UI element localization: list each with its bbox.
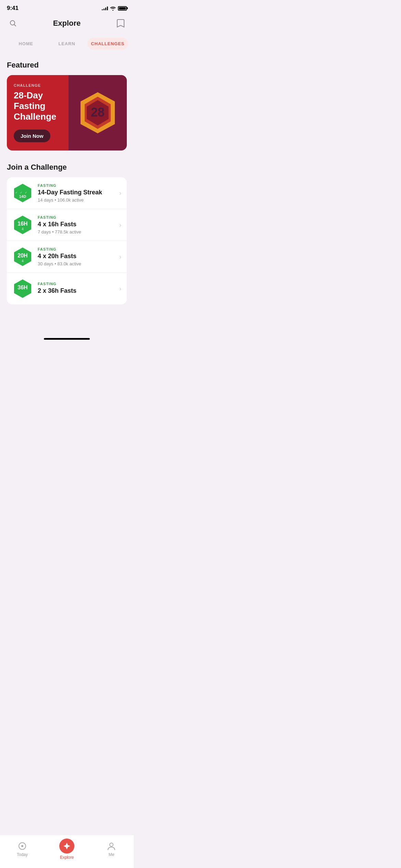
svg-text:4: 4 <box>22 227 24 231</box>
challenge-meta-14d: 14 days • 106.0k active <box>38 197 114 203</box>
signal-bars-icon <box>102 6 108 10</box>
challenge-item-20h[interactable]: 20H 4 FASTING 4 x 20h Fasts 30 days • 83… <box>7 241 127 273</box>
tab-challenges[interactable]: CHALLENGES <box>87 38 128 50</box>
tabs-container: HOME LEARN CHALLENGES <box>0 35 134 52</box>
bookmark-icon[interactable] <box>114 17 127 29</box>
challenge-type-16h: FASTING <box>38 215 114 219</box>
status-time: 9:41 <box>7 5 19 12</box>
featured-title: Featured <box>7 61 127 70</box>
svg-text:20H: 20H <box>17 253 27 258</box>
challenge-meta-16h: 7 days • 778.5k active <box>38 229 114 234</box>
battery-icon <box>118 6 127 11</box>
page-title: Explore <box>53 19 81 28</box>
svg-text:14D: 14D <box>19 194 26 198</box>
challenge-item-16h[interactable]: 16H 4 FASTING 4 x 16h Fasts 7 days • 778… <box>7 209 127 241</box>
featured-card-left: CHALLENGE 28-Day Fasting Challenge Join … <box>7 75 69 150</box>
svg-text:✓: ✓ <box>20 191 23 194</box>
header: Explore <box>0 14 134 35</box>
chevron-icon-16h: › <box>119 221 121 229</box>
join-section-title: Join a Challenge <box>7 163 127 172</box>
challenge-type-20h: FASTING <box>38 247 114 251</box>
challenge-name-14d: 14-Day Fasting Streak <box>38 189 114 196</box>
svg-text:16H: 16H <box>17 221 27 227</box>
challenge-item-36h[interactable]: 36H FASTING 2 x 36h Fasts › <box>7 273 127 304</box>
challenge-info-14d: FASTING 14-Day Fasting Streak 14 days • … <box>38 183 114 203</box>
search-icon[interactable] <box>7 17 19 29</box>
svg-text:4: 4 <box>22 259 24 263</box>
challenge-meta-20h: 30 days • 83.0k active <box>38 261 114 266</box>
wifi-icon <box>110 6 116 11</box>
challenge-label: CHALLENGE <box>14 83 62 87</box>
svg-text:✓: ✓ <box>15 191 18 194</box>
badge-20h: 20H 4 <box>12 246 33 267</box>
svg-text:✓: ✓ <box>25 191 27 194</box>
chevron-icon-36h: › <box>119 285 121 292</box>
chevron-icon-14d: › <box>119 190 121 197</box>
featured-card[interactable]: CHALLENGE 28-Day Fasting Challenge Join … <box>7 75 127 150</box>
challenge-type-36h: FASTING <box>38 282 114 286</box>
badge-36h: 36H <box>12 278 33 299</box>
status-bar: 9:41 <box>0 0 134 14</box>
featured-challenge-name: 28-Day Fasting Challenge <box>14 90 62 122</box>
challenge-info-36h: FASTING 2 x 36h Fasts <box>38 282 114 296</box>
join-now-button[interactable]: Join Now <box>14 130 50 142</box>
featured-section: Featured CHALLENGE 28-Day Fasting Challe… <box>0 52 134 157</box>
main-content: Featured CHALLENGE 28-Day Fasting Challe… <box>0 52 134 335</box>
home-indicator <box>44 338 90 340</box>
challenge-name-20h: 4 x 20h Fasts <box>38 253 114 260</box>
badge-14d: ✓ ✓ ✓ 14D <box>12 183 33 203</box>
challenge-info-16h: FASTING 4 x 16h Fasts 7 days • 778.5k ac… <box>38 215 114 234</box>
chevron-icon-20h: › <box>119 253 121 261</box>
challenge-name-16h: 4 x 16h Fasts <box>38 221 114 228</box>
featured-card-right: 28 <box>69 75 127 150</box>
tab-learn[interactable]: LEARN <box>46 38 87 50</box>
tab-home[interactable]: HOME <box>5 38 46 50</box>
challenge-badge-28: 28 <box>77 91 118 135</box>
challenges-list: ✓ ✓ ✓ 14D FASTING 14-Day Fasting Streak … <box>7 177 127 304</box>
badge-16h: 16H 4 <box>12 215 33 235</box>
challenge-name-36h: 2 x 36h Fasts <box>38 287 114 294</box>
challenge-type-14d: FASTING <box>38 183 114 188</box>
join-section: Join a Challenge ✓ ✓ ✓ 14D FASTING 1 <box>0 157 134 304</box>
svg-text:28: 28 <box>91 105 105 119</box>
status-icons <box>102 6 127 11</box>
challenge-info-20h: FASTING 4 x 20h Fasts 30 days • 83.0k ac… <box>38 247 114 266</box>
svg-text:36H: 36H <box>17 285 27 290</box>
challenge-item-14d[interactable]: ✓ ✓ ✓ 14D FASTING 14-Day Fasting Streak … <box>7 177 127 209</box>
